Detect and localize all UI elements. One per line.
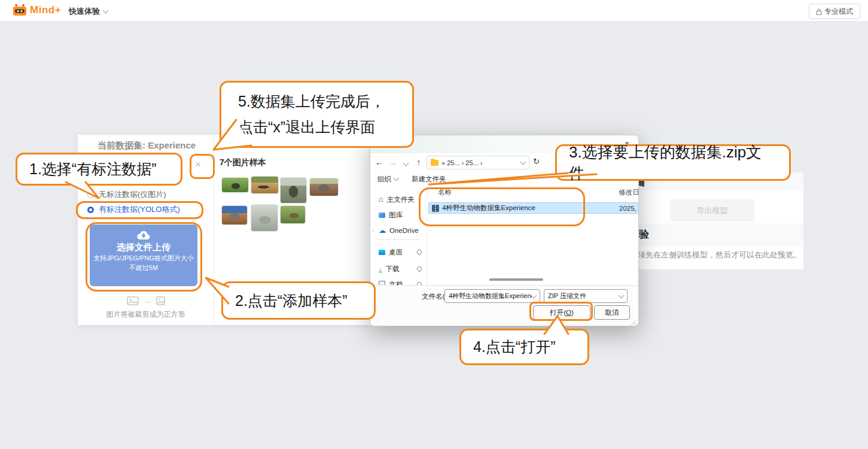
image-square-icon	[156, 296, 165, 305]
radio-off-icon	[87, 192, 94, 198]
sidebar-divider	[375, 239, 421, 240]
callout-step-5-line1: 5.数据集上传完成后，	[238, 92, 385, 111]
upload-hint-1: 支持JPG/JPEG/PNG格式图片大小	[90, 253, 197, 263]
new-folder-button[interactable]: 新建文件夹	[412, 175, 446, 184]
dialog-bottom-bar: 文件名(N): 4种野生动物数据集Experience ZIP 压缩文件 打开(…	[370, 285, 638, 326]
filename-label-pre: 文件名(	[422, 293, 444, 300]
radio-unlabeled-data[interactable]: 无标注数据(仅图片)	[87, 189, 166, 200]
callout-step-5-line2: 点击“x”退出上传界面	[238, 117, 375, 137]
pin-icon	[416, 248, 422, 255]
callout-step-1-text: 1.选择“有标注数据”	[29, 159, 157, 179]
elephant-mud-thumbnail	[309, 178, 339, 196]
upload-panel-close-button[interactable]: ×	[191, 158, 205, 171]
logo-text: Mind+	[30, 4, 61, 16]
callout-step-3: 3.选择要上传的数据集.zip文件	[555, 144, 791, 181]
mindplus-robot-icon	[12, 4, 28, 17]
sidebar-label: 主文件夹	[387, 195, 415, 204]
upload-hint-2: 不超过5M	[90, 263, 197, 272]
sidebar-label: OneDrive	[389, 227, 419, 234]
panel-divider	[214, 135, 214, 325]
sidebar-item-home[interactable]: ⌂ 主文件夹	[370, 193, 427, 206]
radio-unlabeled-label: 无标注数据(仅图片)	[99, 189, 166, 200]
samples-count-title: 7个图片样本	[220, 157, 266, 168]
address-chevron-icon[interactable]	[520, 159, 526, 165]
radio-labeled-data[interactable]: 有标注数据(YOLO格式)	[87, 204, 180, 215]
sidebar-label: 桌面	[389, 248, 403, 257]
crop-illustration: →	[78, 296, 214, 305]
current-dataset-title: 当前数据集: Experience	[98, 140, 196, 151]
callout-step-2-text: 2.点击“添加样本”	[235, 291, 348, 311]
sidebar-label: 图库	[389, 211, 403, 220]
horizontal-scrollbar[interactable]	[489, 278, 543, 281]
filetype-combobox[interactable]: ZIP 压缩文件	[544, 289, 628, 303]
callout-step-2: 2.点击“添加样本”	[221, 281, 376, 320]
open-button-key: O	[566, 309, 571, 316]
callout-step-3-text: 3.选择要上传的数据集.zip文件	[569, 142, 777, 184]
export-model-button[interactable]: 导出模型	[670, 199, 754, 222]
file-row-selected[interactable]: 4种野生动物数据集Experience 2025,	[428, 202, 639, 214]
lock-icon	[816, 8, 822, 15]
upload-title: 选择文件上传	[90, 242, 197, 253]
folder-icon	[431, 160, 438, 166]
column-name[interactable]: 名称	[438, 188, 452, 197]
zip-file-icon	[432, 205, 439, 212]
onedrive-cloud-icon: ☁	[379, 227, 386, 233]
upload-dropzone-button[interactable]: 选择文件上传 支持JPG/JPEG/PNG格式图片大小 不超过5M	[90, 224, 197, 286]
desktop-icon	[379, 250, 385, 255]
nav-quick-experience-label: 快速体验	[69, 6, 100, 17]
arrow-right-icon: →	[144, 296, 151, 305]
cloud-upload-icon	[90, 230, 197, 241]
organize-menu[interactable]: 组织	[377, 175, 398, 184]
train-first-hint: 须先在左侧训练模型，然后才可以在此处预览。	[638, 250, 801, 260]
file-name: 4种野生动物数据集Experience	[442, 204, 535, 213]
organize-label: 组织	[377, 175, 391, 184]
sidebar-item-desktop[interactable]: 桌面	[370, 245, 427, 259]
callout-step-4-text: 4.点击“打开”	[473, 337, 556, 357]
radio-on-icon	[87, 207, 94, 213]
top-header: Mind+ 快速体验 专业模式	[0, 0, 868, 22]
filename-combobox[interactable]: 4种野生动物数据集Experience	[444, 289, 540, 303]
pro-mode-button[interactable]: 专业模式	[809, 4, 860, 19]
chevron-down-icon	[103, 8, 109, 14]
sidebar-item-downloads[interactable]: ↓ 下载	[370, 262, 427, 275]
white-rhino-thumbnail	[251, 204, 278, 232]
expand-chevron-icon[interactable]: ›	[372, 227, 374, 233]
pro-mode-label: 专业模式	[824, 7, 853, 17]
mindplus-logo: Mind+	[12, 4, 61, 17]
column-modified[interactable]: 修改日	[619, 188, 639, 197]
callout-step-5: 5.数据集上传完成后， 点击“x”退出上传界面	[220, 81, 414, 148]
sidebar-label: 下载	[386, 265, 400, 274]
dialog-sidebar: ⌂ 主文件夹 图库 › ☁ OneDrive 桌面 ↓ 下载	[370, 187, 427, 285]
chevron-down-icon	[394, 175, 400, 181]
breadcrumb: « 25... › 25... ›	[441, 159, 482, 166]
download-icon: ↓	[379, 266, 382, 272]
file-modified-date: 2025,	[619, 205, 636, 212]
resize-grip[interactable]	[630, 319, 636, 325]
sidebar-item-onedrive[interactable]: › ☁ OneDrive	[370, 224, 427, 237]
up-icon[interactable]: ↑	[412, 157, 425, 167]
nav-quick-experience[interactable]: 快速体验	[69, 6, 108, 17]
filename-value: 4种野生动物数据集Experience	[449, 292, 532, 301]
deer-thumbnail	[280, 205, 306, 224]
back-icon[interactable]: ←	[373, 157, 386, 167]
home-icon: ⌂	[379, 196, 383, 202]
elephant-sky-thumbnail	[221, 205, 248, 225]
buffalo-herd-thumbnail	[251, 176, 279, 194]
cancel-button[interactable]: 取消	[594, 305, 630, 320]
sidebar-item-gallery[interactable]: 图库	[370, 208, 427, 222]
forward-icon[interactable]: →	[386, 157, 399, 167]
open-button[interactable]: 打开(O)	[533, 305, 590, 320]
history-chevron-icon[interactable]	[399, 157, 412, 167]
refresh-icon[interactable]: ↻	[533, 157, 540, 166]
callout-step-1: 1.选择“有标注数据”	[16, 153, 182, 186]
radio-labeled-label: 有标注数据(YOLO格式)	[99, 204, 180, 215]
open-button-post: )	[571, 309, 574, 316]
address-bar[interactable]: « 25... › 25... ›	[427, 156, 529, 169]
file-list-header: 名称 修改日	[427, 188, 639, 199]
pin-icon	[416, 265, 422, 272]
image-landscape-icon	[127, 296, 139, 305]
crop-note: 图片将被裁剪成为正方形	[78, 310, 214, 320]
elephant-in-grass-thumbnail	[221, 177, 249, 193]
section-title-fragment: 验	[639, 227, 649, 241]
file-list: 名称 修改日 4种野生动物数据集Experience 2025,	[427, 187, 639, 285]
